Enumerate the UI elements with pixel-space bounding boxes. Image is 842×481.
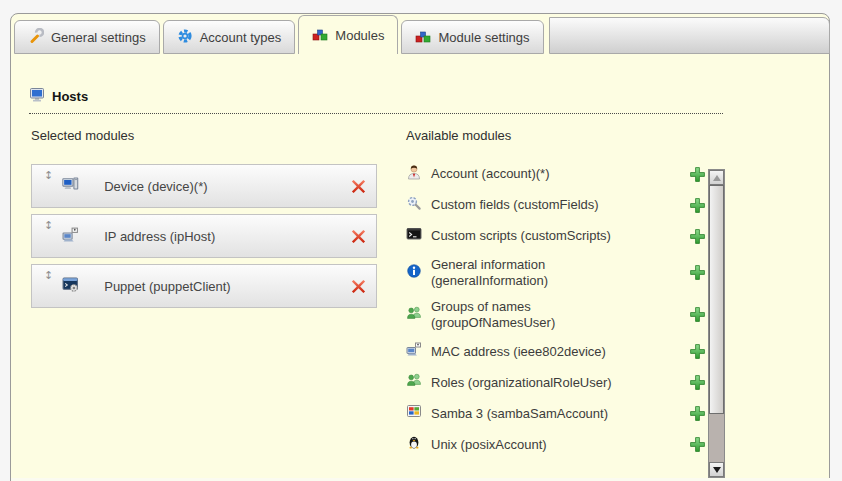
add-module-button[interactable] bbox=[689, 197, 706, 214]
add-plus-icon bbox=[689, 233, 706, 248]
add-plus-icon bbox=[689, 379, 706, 394]
add-module-button[interactable] bbox=[689, 436, 706, 453]
add-module-button[interactable] bbox=[689, 374, 706, 391]
tab-module-settings[interactable]: Module settings bbox=[401, 20, 543, 54]
add-module-button[interactable] bbox=[689, 166, 706, 183]
delete-x-icon bbox=[350, 283, 367, 298]
module-label: Roles (organizationalRoleUser) bbox=[431, 375, 649, 391]
terminal-gear-icon bbox=[62, 276, 79, 297]
tab-label: Modules bbox=[335, 28, 384, 43]
add-module-button[interactable] bbox=[689, 343, 706, 360]
add-plus-icon bbox=[689, 202, 706, 217]
tab-label: Account types bbox=[200, 30, 282, 45]
section-heading: Hosts bbox=[29, 87, 723, 114]
module-label: Custom fields (customFields) bbox=[431, 197, 649, 213]
selected-modules-list: ↕ Device (device)(*) bbox=[31, 164, 377, 308]
module-label: Device (device)(*) bbox=[104, 179, 350, 194]
tab-account-types[interactable]: Account types bbox=[163, 20, 296, 54]
add-plus-icon bbox=[689, 441, 706, 456]
account-types-gear-icon bbox=[177, 28, 193, 47]
available-module-row-samba3: Samba 3 (sambaSamAccount) bbox=[406, 403, 706, 423]
group-icon bbox=[406, 305, 422, 325]
section-title: Hosts bbox=[52, 89, 88, 104]
module-label: Puppet (puppetClient) bbox=[104, 279, 350, 294]
available-modules-scrollbar[interactable] bbox=[708, 169, 725, 478]
add-plus-icon bbox=[689, 348, 706, 363]
magnifier-gear-icon bbox=[406, 195, 422, 215]
module-label: IP address (ipHost) bbox=[104, 229, 350, 244]
available-module-row-groupsofnames: Groups of names (groupOfNamesUser) bbox=[406, 299, 706, 330]
selected-module-row-device[interactable]: ↕ Device (device)(*) bbox=[31, 164, 377, 208]
info-icon bbox=[406, 263, 422, 283]
available-module-row-generalinformation: General information (generalInformation) bbox=[406, 257, 706, 288]
available-modules-column: Available modules Account (account)(*) bbox=[406, 128, 736, 466]
available-modules-label: Available modules bbox=[406, 128, 736, 143]
module-label: Custom scripts (customScripts) bbox=[431, 228, 649, 244]
module-label: Samba 3 (sambaSamAccount) bbox=[431, 406, 649, 422]
delete-x-icon bbox=[350, 183, 367, 198]
remove-module-button[interactable] bbox=[350, 178, 367, 195]
tab-bar: General settings Account types Modules bbox=[11, 14, 829, 54]
module-label: Account (account)(*) bbox=[431, 166, 649, 182]
drag-handle-icon[interactable]: ↕ bbox=[44, 170, 53, 181]
remove-module-button[interactable] bbox=[350, 278, 367, 295]
module-label: Unix (posixAccount) bbox=[431, 437, 649, 453]
tab-bar-filler bbox=[549, 17, 830, 54]
tab-label: General settings bbox=[51, 30, 146, 45]
group-icon bbox=[406, 372, 422, 392]
windows-logo-icon bbox=[406, 465, 422, 466]
wrench-icon bbox=[28, 28, 44, 47]
remove-module-button[interactable] bbox=[350, 228, 367, 245]
available-module-row-roles: Roles (organizationalRoleUser) bbox=[406, 372, 706, 392]
available-modules-list: Account (account)(*) bbox=[406, 164, 706, 466]
drag-handle-icon[interactable]: ↕ bbox=[44, 220, 53, 231]
selected-modules-column: Selected modules ↕ Device (device)(*) bbox=[31, 128, 377, 314]
network-computer-icon bbox=[62, 226, 79, 247]
available-module-row-account: Account (account)(*) bbox=[406, 164, 706, 184]
module-label: MAC address (ieee802device) bbox=[431, 344, 649, 360]
scrollbar-down-button[interactable] bbox=[709, 462, 724, 477]
delete-x-icon bbox=[350, 233, 367, 248]
scrollbar-thumb[interactable] bbox=[709, 185, 724, 414]
add-plus-icon bbox=[689, 171, 706, 186]
selected-module-row-ipaddress[interactable]: ↕ IP address (ipHost) bbox=[31, 214, 377, 258]
tab-general-settings[interactable]: General settings bbox=[14, 20, 160, 54]
windows-logo-icon bbox=[406, 403, 422, 423]
available-module-row-windows: Windows (windowsHost)(*) bbox=[406, 465, 706, 466]
module-label: Groups of names (groupOfNamesUser) bbox=[431, 299, 581, 330]
modules-blocks-icon bbox=[415, 28, 431, 47]
tab-label: Module settings bbox=[438, 30, 529, 45]
available-module-row-macaddress: MAC address (ieee802device) bbox=[406, 341, 706, 361]
available-module-row-customscripts: Custom scripts (customScripts) bbox=[406, 226, 706, 246]
tux-icon bbox=[406, 434, 422, 454]
add-plus-icon bbox=[689, 410, 706, 425]
module-label: General information (generalInformation) bbox=[431, 257, 581, 288]
workstation-icon bbox=[62, 176, 79, 197]
network-computer-icon bbox=[406, 341, 422, 361]
selected-modules-label: Selected modules bbox=[31, 128, 377, 143]
available-module-row-customfields: Custom fields (customFields) bbox=[406, 195, 706, 215]
tab-modules[interactable]: Modules bbox=[298, 15, 398, 54]
scrollbar-up-button[interactable] bbox=[709, 170, 724, 185]
add-module-button[interactable] bbox=[689, 306, 706, 323]
available-module-row-unix: Unix (posixAccount) bbox=[406, 434, 706, 454]
add-module-button[interactable] bbox=[689, 264, 706, 281]
settings-panel: General settings Account types Modules bbox=[10, 13, 830, 481]
add-module-button[interactable] bbox=[689, 405, 706, 422]
selected-module-row-puppet[interactable]: ↕ Puppet (puppetClient) bbox=[31, 264, 377, 308]
add-module-button[interactable] bbox=[689, 228, 706, 245]
arrow-down-icon bbox=[713, 467, 721, 473]
add-plus-icon bbox=[689, 311, 706, 326]
add-plus-icon bbox=[689, 269, 706, 284]
monitor-icon bbox=[29, 87, 45, 106]
modules-blocks-icon bbox=[312, 26, 328, 45]
person-icon bbox=[406, 164, 422, 184]
terminal-icon bbox=[406, 226, 422, 246]
drag-handle-icon[interactable]: ↕ bbox=[44, 270, 53, 281]
arrow-up-icon bbox=[713, 175, 721, 181]
